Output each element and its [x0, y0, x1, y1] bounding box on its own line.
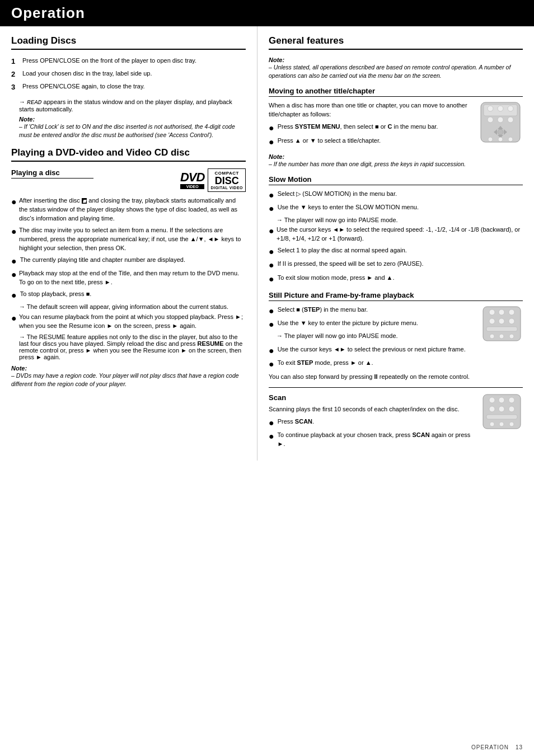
still-bullet-4: ● To exit STEP mode, press ► or ▲.	[269, 359, 523, 369]
svg-point-29	[499, 397, 504, 403]
playing-note-label: Note:	[11, 365, 246, 372]
page-footer: OPERATION 13	[471, 744, 523, 750]
step-remote-container	[481, 306, 523, 343]
loading-step-1: 1 Press OPEN/CLOSE on the front of the p…	[11, 57, 246, 67]
resume-text: The RESUME feature applies not only to t…	[19, 334, 242, 360]
arrow-icon	[19, 98, 27, 105]
svg-point-33	[509, 406, 514, 412]
slow-bullet-text-5: If II is pressed, the speed will be set …	[278, 260, 424, 269]
bullet-icon-s1: ●	[269, 190, 274, 200]
loading-note-block: Note: – If 'Child Lock' is set to ON and…	[19, 116, 246, 139]
still-bullets1: ● Select ■ (STEP) in the menu bar. ● Use…	[269, 306, 476, 330]
bullet-icon-st4: ●	[269, 359, 274, 369]
bullet-icon-s5: ●	[269, 260, 274, 270]
svg-point-21	[499, 318, 504, 324]
moving-note-text: – If the number has more than one digit,…	[269, 160, 523, 168]
still-section-content: ● Select ■ (STEP) in the menu bar. ● Use…	[269, 306, 523, 343]
playing-bullets-list-2: ● You can resume playback from the point…	[11, 313, 246, 331]
still-picture-title: Still Picture and Frame-by-frame playbac…	[269, 291, 523, 301]
svg-point-2	[488, 106, 493, 111]
moving-title: Moving to another title/chapter	[269, 87, 523, 97]
step-num-3: 3	[11, 82, 19, 92]
loading-step-3: 3 Press OPEN/CLOSE again, to close the t…	[11, 82, 246, 92]
bullet-icon-s2: ●	[269, 203, 274, 214]
moving-remote-container	[478, 101, 523, 144]
step-num-1: 1	[11, 57, 19, 67]
playing-bullet-5: ● To stop playback, press ■.	[11, 290, 246, 300]
bullet-icon-6: ●	[11, 313, 16, 323]
bullet-icon-2: ●	[11, 226, 16, 237]
playing-bullet-3: ● The currently playing title and chapte…	[11, 256, 246, 266]
loading-steps-list: 1 Press OPEN/CLOSE on the front of the p…	[11, 57, 246, 93]
still-extra-text: You can also step forward by pressing II…	[269, 373, 523, 382]
still-bullet-text-4: To exit STEP mode, press ► or ▲.	[278, 359, 373, 368]
compact-disc-container: COMPACT DISC DIGITAL VIDEO	[208, 168, 246, 192]
content: Loading Discs 1 Press OPEN/CLOSE on the …	[0, 26, 534, 461]
footer-page: 13	[516, 744, 523, 750]
arrow-icon-2	[19, 303, 27, 310]
moving-text-area: When a disc has more than one title or c…	[269, 101, 474, 149]
svg-point-19	[509, 309, 514, 315]
slow-pause-arrow: The player will now go into PAUSE mode.	[277, 217, 523, 223]
bullet-icon-4: ●	[11, 269, 16, 280]
moving-section-content: When a disc has more than one title or c…	[269, 101, 523, 149]
playing-bullets-list: ● After inserting the disc ■ and closing…	[11, 196, 246, 300]
still-bullet-1: ● Select ■ (STEP) in the menu bar.	[269, 306, 476, 316]
general-note-text: – Unless stated, all operations describe…	[269, 63, 523, 80]
still-bullet-text-1: Select ■ (STEP) in the menu bar.	[278, 306, 368, 314]
right-column: General features Note: – Unless stated, …	[257, 26, 534, 461]
still-text-area: ● Select ■ (STEP) in the menu bar. ● Use…	[269, 306, 476, 339]
svg-point-28	[489, 397, 495, 403]
bullet-icon-1: ●	[11, 196, 16, 207]
step-remote-svg	[481, 306, 523, 342]
playing-bullet-text-6: You can resume playback from the point a…	[19, 313, 246, 331]
svg-point-6	[498, 117, 503, 123]
playing-bullet-2: ● The disc may invite you to select an i…	[11, 226, 246, 253]
slow-bullet-text-3: Use the cursor keys ◄► to select the req…	[277, 226, 523, 243]
digital-video-label: DIGITAL VIDEO	[210, 186, 243, 190]
loading-note-text: – If 'Child Lock' is set to ON and the d…	[19, 123, 246, 139]
scan-intro: Scanning plays the first 10 seconds of e…	[269, 405, 476, 414]
arrow-icon-3	[19, 334, 27, 340]
still-pause-text: The player will now go into PAUSE mode.	[284, 332, 398, 339]
svg-rect-23	[486, 327, 517, 331]
general-note-block: Note: – Unless stated, all operations de…	[269, 57, 523, 80]
svg-point-35	[490, 422, 494, 426]
step-num-2: 2	[11, 69, 19, 79]
video-badge: VIDEO	[180, 184, 204, 189]
general-features-title: General features	[269, 35, 523, 50]
bullet-icon-s4: ●	[269, 246, 274, 257]
bullet-icon-s6: ●	[269, 274, 274, 284]
playing-note-text: – DVDs may have a region code. Your play…	[11, 372, 246, 388]
moving-bullet-2: ● Press ▲ or ▼ to select a title/chapter…	[269, 137, 474, 147]
slow-bullet-2: ● Use the ▼ keys to enter the SLOW MOTIO…	[269, 203, 523, 214]
scan-bullets: ● Press SCAN. ● To continue playback at …	[269, 417, 476, 449]
svg-point-15	[508, 137, 513, 142]
scan-bullet-1: ● Press SCAN.	[269, 417, 476, 428]
svg-point-12	[498, 129, 503, 135]
bullet-icon-5: ●	[11, 290, 17, 300]
playing-bullet-text-5: To stop playback, press ■.	[20, 290, 92, 299]
bullet-icon-sc2: ●	[269, 431, 274, 442]
moving-bullet-1: ● Press SYSTEM MENU, then select ■ or C …	[269, 123, 474, 133]
moving-bullets: ● Press SYSTEM MENU, then select ■ or C …	[269, 123, 474, 147]
moving-remote-svg	[478, 101, 523, 143]
arrow-icon-s	[277, 217, 284, 223]
playing-bullet-text-4: Playback may stop at the end of the Titl…	[19, 269, 246, 287]
slow-bullet-text-4: Select 1 to play the disc at normal spee…	[278, 246, 407, 255]
left-column: Loading Discs 1 Press OPEN/CLOSE on the …	[0, 26, 257, 461]
slow-motion-bullets: ● Select ▷ (SLOW MOTION) in the menu bar…	[269, 190, 523, 214]
bullet-icon-st1: ●	[269, 306, 274, 316]
moving-bullet-text-1: Press SYSTEM MENU, then select ■ or C in…	[278, 123, 438, 132]
general-note-label: Note:	[269, 57, 523, 63]
svg-point-3	[498, 106, 503, 111]
svg-point-4	[508, 106, 513, 111]
scan-remote-svg	[481, 393, 523, 430]
slow-bullet-text-2: Use the ▼ keys to enter the SLOW MOTION …	[278, 203, 419, 212]
svg-point-18	[499, 309, 504, 315]
svg-point-32	[499, 406, 504, 412]
svg-point-7	[508, 117, 513, 123]
slow-pause-text: The player will now go into PAUSE mode.	[284, 217, 398, 223]
scan-section-content: Scan Scanning plays the first 10 seconds…	[269, 393, 523, 452]
still-pause-arrow: The player will now go into PAUSE mode.	[277, 332, 476, 339]
